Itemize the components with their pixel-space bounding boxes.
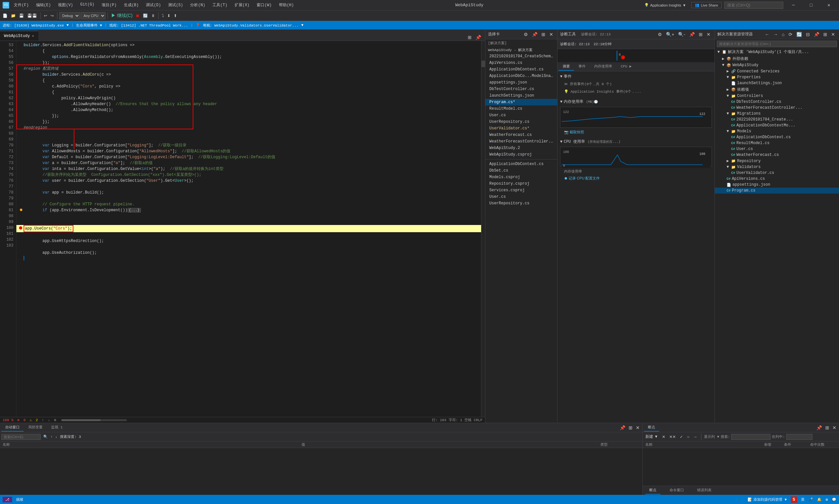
se-repo-expand[interactable]: ▶ (727, 159, 731, 163)
tab-locals[interactable]: 局部变量 (24, 424, 47, 432)
menu-extensions[interactable]: 扩展(X) (231, 1, 253, 9)
se-close-icon[interactable]: ✕ (830, 31, 836, 38)
se-dependencies[interactable]: ▶ 📦 依赖项 (715, 86, 839, 93)
up-arrow-icon[interactable]: ↑ (41, 418, 44, 422)
stop-button[interactable]: ⏹ (134, 12, 141, 20)
auto-pin-icon[interactable]: 📌 (618, 425, 627, 431)
file-item-15[interactable]: WebApiStudy.csproj (485, 151, 557, 158)
se-solution-root[interactable]: ▼ 📋 解决方案 'WebApiStudy'(1 个项目/共... (715, 49, 839, 55)
se-validators-expand[interactable]: ▼ (727, 165, 731, 169)
se-properties-expand[interactable]: ▼ (727, 75, 731, 79)
platform-dropdown[interactable]: Any CPU (81, 12, 106, 19)
editor-scrollbar[interactable] (481, 41, 485, 417)
file-item-18[interactable]: Models.csproj (485, 174, 557, 180)
bp-delete-all-button[interactable]: ✕✕ (668, 433, 677, 441)
file-item-9[interactable]: User.cs (485, 112, 557, 119)
se-models[interactable]: ▼ 📁 Models (715, 128, 839, 134)
menu-project[interactable]: 项目(P) (98, 1, 120, 9)
bp-search-input[interactable] (731, 434, 770, 440)
file-item-2[interactable]: ApplicationDbContext.cs (485, 66, 557, 73)
se-weather-controller[interactable]: C# WeatherForecastController... (715, 105, 839, 111)
bp-goto-button[interactable]: → (692, 433, 698, 441)
se-repository[interactable]: ▶ 📁 Repository (715, 158, 839, 164)
se-nav-forward-icon[interactable]: → (772, 31, 779, 38)
tab-command[interactable]: 命令窗口 (666, 486, 688, 494)
diag-tab-events[interactable]: 事件 (575, 62, 590, 71)
file-item-19[interactable]: Repository.csproj (485, 180, 557, 187)
tab-errors[interactable]: 错误列表 (693, 486, 715, 494)
menu-analyze[interactable]: 分析(N) (187, 1, 208, 9)
add-to-source-control[interactable]: 📝 添加到源代码管理 ▼ (748, 497, 787, 502)
se-weather-model[interactable]: C# WeatherForecast.cs (715, 152, 839, 158)
se-refresh-icon[interactable]: 🔄 (795, 31, 803, 38)
scrollbar-bottom[interactable] (61, 419, 127, 421)
undo-button[interactable]: ↩ (42, 12, 49, 20)
bp-delete-button[interactable]: ✕ (661, 433, 667, 441)
se-nav-back-icon[interactable]: ← (764, 31, 771, 38)
se-properties[interactable]: ▼ 📁 Properties (715, 74, 839, 80)
file-item-8[interactable]: ResultModel.cs (485, 105, 557, 112)
close-button[interactable]: ✕ (821, 0, 836, 11)
diag-tab-memory[interactable]: 内存使用率 (590, 62, 616, 71)
se-home-icon[interactable]: ⌂ (781, 31, 786, 38)
se-program-cs[interactable]: C# Program.cs (715, 188, 839, 194)
menu-file[interactable]: 文件(F) (11, 1, 32, 9)
selector-split-icon[interactable]: ⊞ (540, 31, 547, 38)
auto-window-search-input[interactable] (1, 434, 41, 440)
bp-new-button[interactable]: 新建 ▼ (644, 433, 659, 441)
se-split-icon[interactable]: ⊞ (822, 31, 828, 38)
bp-disable-button[interactable]: ○ (686, 433, 691, 441)
se-controllers-expand[interactable]: ▼ (727, 94, 731, 98)
diag-settings-icon[interactable]: ⚙ (657, 31, 663, 38)
menu-edit[interactable]: 编辑(E) (33, 1, 54, 9)
file-item-12[interactable]: WeatherForecast.cs (485, 132, 557, 138)
menu-git[interactable]: Git(G) (77, 1, 98, 9)
se-user-validator[interactable]: C# UserValidator.cs (715, 170, 839, 176)
se-project[interactable]: ▼ 📦 WebApiStudy (715, 62, 839, 68)
file-item-1[interactable]: ApiVersions.cs (485, 59, 557, 66)
auto-close-icon[interactable]: ✕ (634, 425, 641, 431)
tab-close-icon[interactable]: ✕ (32, 34, 34, 38)
pause-button[interactable]: ⏸ (150, 12, 156, 20)
diag-zoom-out-icon[interactable]: 🔍- (677, 31, 687, 38)
save-all-button[interactable]: 💾💾 (26, 12, 38, 20)
start-button[interactable]: ▶ 继续(C) (110, 12, 134, 20)
se-user-model[interactable]: C# User.cs (715, 146, 839, 152)
app-insights-button[interactable]: 💡 Application Insights ▼ (642, 2, 689, 8)
file-item-22[interactable]: UserRepository.cs (485, 200, 557, 206)
diag-cpu-title[interactable]: ▼ CPU 使用率 (所有处理器的百...) (560, 138, 712, 145)
new-file-button[interactable]: 📄 (1, 12, 9, 20)
se-dbtest-controller[interactable]: C# DbTestController.cs (715, 99, 839, 105)
diag-memory-title[interactable]: ▼ 内存使用率 (MB)🕐 (560, 98, 712, 105)
take-snapshot-button[interactable]: 📷 截取快照 (560, 129, 588, 135)
menu-test[interactable]: 测试(S) (165, 1, 187, 9)
se-pin-icon[interactable]: 📌 (812, 31, 821, 38)
menu-build[interactable]: 生成(B) (121, 1, 142, 9)
menu-help[interactable]: 帮助(H) (276, 1, 297, 9)
menu-window[interactable]: 窗口(W) (254, 1, 275, 9)
diag-close-icon[interactable]: ✕ (705, 31, 712, 38)
se-resultmodel[interactable]: C# ResultModel.cs (715, 140, 839, 146)
se-external-expand[interactable]: ▶ (722, 56, 727, 61)
file-item-16[interactable]: ApplicationDbContext.cs (485, 161, 557, 167)
se-project-expand[interactable]: ▼ (722, 63, 727, 68)
file-item-10[interactable]: UserRepository.cs (485, 119, 557, 125)
se-validators[interactable]: ▼ 📁 Validators (715, 164, 839, 170)
se-migration-1[interactable]: C# 20221020101704_Create... (715, 116, 839, 123)
down-arrow-icon[interactable]: ↓ (48, 418, 50, 422)
file-item-11[interactable]: UserValidator.cs* (485, 125, 557, 132)
restart-button[interactable]: 🔄 (142, 12, 149, 20)
selector-settings-icon[interactable]: ⚙ (522, 31, 529, 38)
file-item-6[interactable]: launchSettings.json (485, 92, 557, 99)
open-file-button[interactable]: 📁 (10, 12, 17, 20)
se-collapse-icon[interactable]: ⊟ (805, 31, 811, 38)
pin-editor-button[interactable]: 📌 (474, 34, 483, 41)
file-item-20[interactable]: Services.csproj (485, 187, 557, 194)
file-item-14[interactable]: WebApiStudy.2 (485, 145, 557, 151)
tab-breakpoints-footer[interactable]: 断点 (645, 486, 660, 494)
split-editor-button[interactable]: ⊞ (466, 34, 473, 41)
se-launch-settings[interactable]: 📄 launchSettings.json (715, 80, 839, 86)
se-sync-icon[interactable]: ⟳ (787, 31, 794, 38)
tab-watch1[interactable]: 监视 1 (47, 424, 67, 432)
se-connected-expand[interactable]: ▶ (727, 69, 731, 74)
